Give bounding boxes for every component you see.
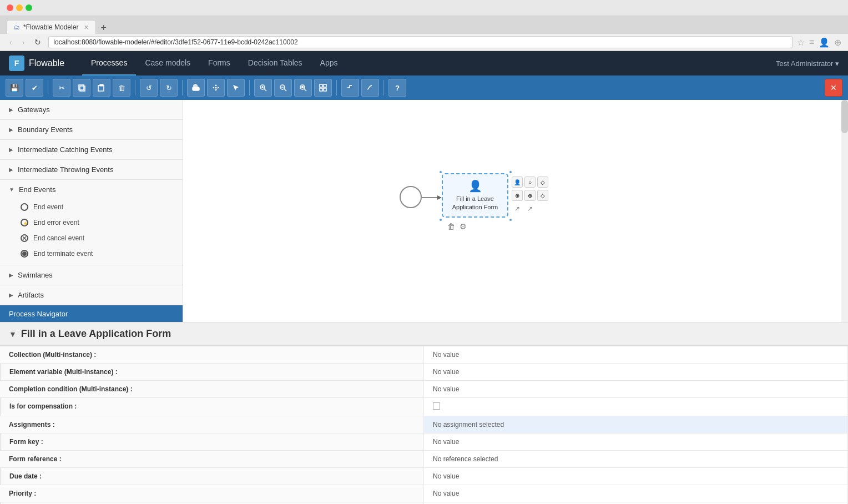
separator-6 [383,80,384,95]
close-traffic-light[interactable] [7,4,13,11]
edge-style2-button[interactable] [361,79,379,97]
validate-button[interactable]: ✔ [26,79,43,97]
prop-label-element-variable: Element variable (Multi-instance) : [0,364,424,381]
sidebar: ▶ Gateways ▶ Boundary Events ▶ Intermedi… [0,100,183,322]
tab-favicon: 🗂 [14,24,20,31]
zoom-in-button[interactable] [254,79,272,97]
zoom-out-button[interactable] [274,79,292,97]
menu-icon[interactable]: ≡ [809,37,814,47]
active-tab[interactable]: 🗂 *Flowable Modeler ✕ [7,20,96,34]
end-terminate-label: End terminate event [33,250,93,258]
end-error-event-item[interactable]: ⚡ End error event [0,215,183,230]
undo-button[interactable]: ↺ [140,79,158,97]
end-events-header[interactable]: ▼ End Events [0,180,183,199]
back-btn[interactable]: ‹ [7,37,15,48]
end-terminate-event-item[interactable]: End terminate event [0,246,183,261]
toolbar: 💾 ✔ ✂ 🗑 ↺ ↻ ? ✕ [0,75,848,100]
svg-line-7 [264,89,266,91]
selection-handle-bl[interactable] [440,219,442,221]
nav-processes[interactable]: Processes [82,51,136,75]
end-cancel-event-item[interactable]: End cancel event [0,230,183,246]
close-editor-button[interactable]: ✕ [825,79,842,97]
prop-value-assignments[interactable]: No assignment selected [424,416,848,434]
end-event-item[interactable]: End event [0,199,183,215]
prop-label-compensation: Is for compensation : [0,398,424,416]
nav-forms[interactable]: Forms [199,51,239,75]
new-tab-btn[interactable]: + [100,22,107,34]
gateways-header[interactable]: ▶ Gateways [0,100,183,119]
hand-tool-button[interactable] [187,79,205,97]
zoom-full-button[interactable] [314,79,332,97]
svg-point-27 [22,251,27,256]
connect-action-btn[interactable]: ⊕ [512,190,523,201]
maximize-traffic-light[interactable] [26,4,32,11]
expand-action-btn[interactable]: ↗ [512,203,523,214]
end-error-label: End error event [33,219,79,226]
prop-value-duedate: No value [424,468,848,485]
user-task[interactable]: 👤 Fill in a Leave Application Form [442,173,508,218]
url-bar[interactable] [48,36,792,48]
end-action-btn[interactable]: ⊕ [524,190,536,201]
properties-collapse-btn[interactable]: ▼ [9,330,17,339]
bookmark-icon[interactable]: ☆ [797,37,805,48]
app-header: F Flowable Processes Case models Forms D… [0,51,848,75]
nav-decision-tables[interactable]: Decision Tables [239,51,311,75]
scrollbar-thumb[interactable] [841,100,848,133]
extensions-icon[interactable]: ⊕ [834,37,841,48]
boundary-events-header[interactable]: ▶ Boundary Events [0,120,183,139]
timer-action-btn[interactable]: ○ [524,177,536,188]
selection-handle-tr[interactable] [509,171,512,173]
selection-handle-tl[interactable] [440,171,442,173]
artifacts-header[interactable]: ▶ Artifacts [0,285,183,305]
tab-close-btn[interactable]: ✕ [84,24,89,31]
app-nav: Processes Case models Forms Decision Tab… [82,51,776,75]
end-terminate-event-icon [20,249,29,258]
help-button[interactable]: ? [388,79,406,97]
catching-events-header[interactable]: ▶ Intermediate Catching Events [0,140,183,159]
canvas-scrollbar[interactable] [841,100,848,322]
traffic-lights [7,4,32,11]
edge-style1-button[interactable] [341,79,359,97]
logo-text: Flowable [29,58,64,68]
save-button[interactable]: 💾 [6,79,23,97]
properties-title: Fill in a Leave Application Form [21,328,171,340]
assign-action-btn[interactable]: 👤 [512,177,523,188]
throwing-events-header[interactable]: ▶ Intermediate Throwing Events [0,160,183,179]
logo-icon: F [9,56,24,71]
move-tool-button[interactable] [207,79,225,97]
user-menu[interactable]: Test Administrator ▾ [776,59,839,68]
zoom-fit-button[interactable] [294,79,312,97]
compensation-checkbox[interactable] [433,402,440,410]
paste-button[interactable] [93,79,110,97]
gateway-action-btn[interactable]: ◇ [537,177,548,188]
swimlanes-label: Swimlanes [18,271,53,279]
minimize-traffic-light[interactable] [16,4,23,11]
redo-button[interactable]: ↻ [160,79,178,97]
separator-2 [135,80,135,95]
svg-rect-19 [324,88,326,91]
reload-btn[interactable]: ↻ [32,37,44,48]
prop-label-duedate: Due date : [0,468,424,485]
user-task-icon: 👤 [468,179,482,193]
separator-5 [336,80,337,95]
properties-task-btn[interactable]: ⚙ [460,222,467,231]
cut-button[interactable]: ✂ [53,79,70,97]
select-tool-button[interactable] [227,79,245,97]
start-event[interactable] [400,186,422,208]
delete-task-btn[interactable]: 🗑 [447,222,455,231]
delete-button[interactable]: 🗑 [113,79,130,97]
nav-apps[interactable]: Apps [311,51,347,75]
forward-btn[interactable]: › [19,37,28,48]
swimlanes-header[interactable]: ▶ Swimlanes [0,265,183,285]
user-icon[interactable]: 👤 [819,37,830,48]
svg-marker-29 [437,195,442,200]
nav-case-models[interactable]: Case models [136,51,199,75]
link-action-btn[interactable]: ◇ [537,190,548,201]
boundary-events-label: Boundary Events [18,125,73,134]
copy-button[interactable] [73,79,90,97]
artifacts-label: Artifacts [18,291,44,299]
arrow-action-btn[interactable]: ↗ [524,203,536,214]
prop-value-compensation[interactable] [424,398,848,416]
selection-handle-br[interactable] [509,219,512,221]
throwing-events-label: Intermediate Throwing Events [18,165,113,174]
